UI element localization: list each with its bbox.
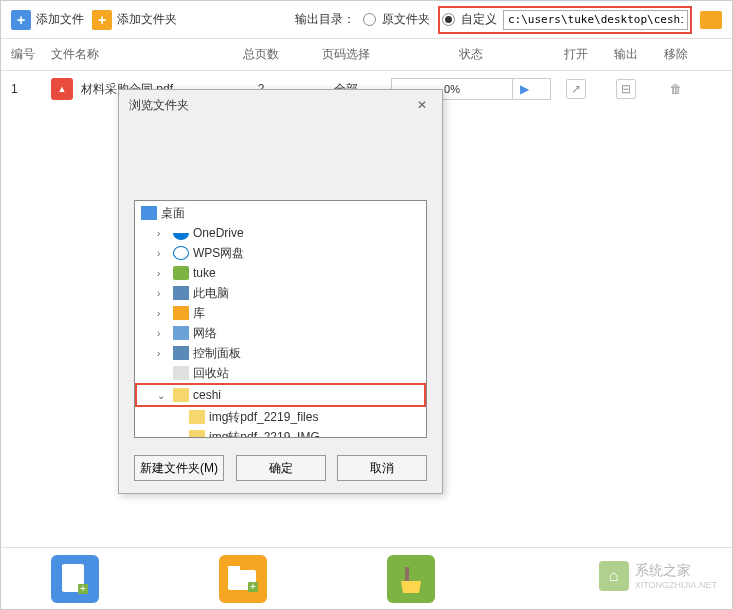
- open-icon[interactable]: ↗: [566, 79, 586, 99]
- dialog-titlebar: 浏览文件夹 ✕: [119, 90, 442, 120]
- desktop-icon: [141, 206, 157, 220]
- add-file-label: 添加文件: [36, 11, 84, 28]
- tree-wps[interactable]: ›WPS网盘: [137, 243, 424, 263]
- top-toolbar: + 添加文件 + 添加文件夹 输出目录： 原文件夹 自定义: [1, 1, 732, 39]
- svg-rect-7: [405, 567, 409, 581]
- radio-original-label: 原文件夹: [382, 11, 430, 28]
- network-icon: [173, 326, 189, 340]
- header-num: 编号: [11, 46, 51, 63]
- tree-sub2[interactable]: img转pdf_2219_IMG: [137, 427, 424, 438]
- bottom-clean-icon[interactable]: [387, 555, 435, 603]
- add-folder-label: 添加文件夹: [117, 11, 177, 28]
- library-icon: [173, 306, 189, 320]
- control-panel-icon: [173, 346, 189, 360]
- recycle-icon: [173, 366, 189, 380]
- bottom-folder-icon[interactable]: +: [219, 555, 267, 603]
- custom-path-highlight: 自定义: [438, 6, 692, 34]
- tree-desktop[interactable]: 桌面: [137, 203, 424, 223]
- delete-icon[interactable]: 🗑: [666, 79, 686, 99]
- list-header: 编号 文件名称 总页数 页码选择 状态 打开 输出 移除: [1, 39, 732, 71]
- watermark-icon: ⌂: [599, 561, 629, 591]
- header-remove: 移除: [651, 46, 701, 63]
- tree-ceshi[interactable]: ⌄ceshi: [137, 385, 424, 405]
- wps-icon: [173, 246, 189, 260]
- tree-desktop-label: 桌面: [161, 205, 185, 222]
- header-status: 状态: [391, 46, 551, 63]
- tree-recycle[interactable]: 回收站: [137, 363, 424, 383]
- browse-folder-dialog: 浏览文件夹 ✕ 桌面 ›OneDrive ›WPS网盘 ›tuke ›此电脑 ›…: [118, 89, 443, 494]
- header-page-select: 页码选择: [301, 46, 391, 63]
- radio-icon: [363, 13, 376, 26]
- tree-control[interactable]: ›控制面板: [137, 343, 424, 363]
- cancel-button[interactable]: 取消: [337, 455, 427, 481]
- tree-sub1[interactable]: img转pdf_2219_files: [137, 407, 424, 427]
- tree-network[interactable]: ›网络: [137, 323, 424, 343]
- user-icon: [173, 266, 189, 280]
- header-open: 打开: [551, 46, 601, 63]
- add-file-button[interactable]: + 添加文件: [11, 10, 84, 30]
- folder-icon: [189, 410, 205, 424]
- tree-onedrive[interactable]: ›OneDrive: [137, 223, 424, 243]
- watermark-url: XITONGZHIJIA.NET: [635, 580, 717, 590]
- new-folder-button[interactable]: 新建文件夹(M): [134, 455, 224, 481]
- dialog-title-text: 浏览文件夹: [129, 97, 189, 114]
- folder-tree[interactable]: 桌面 ›OneDrive ›WPS网盘 ›tuke ›此电脑 ›库 ›网络 ›控…: [134, 200, 427, 438]
- close-icon[interactable]: ✕: [412, 95, 432, 115]
- tree-lib[interactable]: ›库: [137, 303, 424, 323]
- onedrive-icon: [173, 226, 189, 240]
- output-icon[interactable]: ⊟: [616, 79, 636, 99]
- svg-text:+: +: [250, 581, 256, 592]
- watermark: ⌂ 系统之家 XITONGZHIJIA.NET: [599, 561, 717, 591]
- svg-rect-4: [228, 566, 240, 572]
- header-output: 输出: [601, 46, 651, 63]
- tree-pc[interactable]: ›此电脑: [137, 283, 424, 303]
- radio-checked-icon: [442, 13, 455, 26]
- output-path-input[interactable]: [503, 10, 688, 30]
- dialog-buttons: 新建文件夹(M) 确定 取消: [119, 443, 442, 493]
- row-num: 1: [11, 82, 51, 96]
- svg-text:+: +: [80, 583, 86, 594]
- radio-custom[interactable]: 自定义: [442, 11, 497, 28]
- radio-original-folder[interactable]: 原文件夹: [363, 11, 430, 28]
- tree-user[interactable]: ›tuke: [137, 263, 424, 283]
- pdf-icon: ▲: [51, 78, 73, 100]
- bottom-doc-icon[interactable]: +: [51, 555, 99, 603]
- folder-icon: [189, 430, 205, 438]
- watermark-brand: 系统之家: [635, 562, 717, 580]
- output-dir-label: 输出目录：: [295, 11, 355, 28]
- browse-folder-icon[interactable]: [700, 11, 722, 29]
- add-folder-icon: +: [92, 10, 112, 30]
- add-file-icon: +: [11, 10, 31, 30]
- folder-icon: [173, 388, 189, 402]
- radio-custom-label: 自定义: [461, 11, 497, 28]
- header-pages: 总页数: [221, 46, 301, 63]
- add-folder-button[interactable]: + 添加文件夹: [92, 10, 177, 30]
- ok-button[interactable]: 确定: [236, 455, 326, 481]
- header-filename: 文件名称: [51, 46, 221, 63]
- play-icon[interactable]: ▶: [512, 79, 536, 99]
- pc-icon: [173, 286, 189, 300]
